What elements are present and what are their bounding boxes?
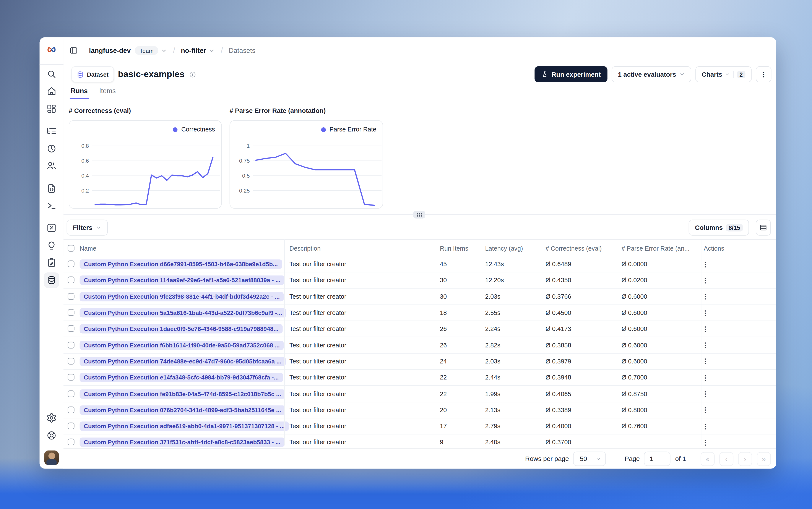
row-checkbox[interactable] xyxy=(68,390,74,397)
rows-per-page-select[interactable]: 50 xyxy=(573,451,606,466)
sidebar-item-support[interactable] xyxy=(46,430,57,441)
run-name-link[interactable]: Custom Python Execution d66e7991-8595-45… xyxy=(80,260,282,269)
sidebar-item-prompts[interactable] xyxy=(46,183,57,194)
table-row: Custom Python Execution fe91b83e-04a5-47… xyxy=(64,386,776,402)
row-checkbox[interactable] xyxy=(68,325,74,332)
charts-dropdown[interactable]: Charts 2 xyxy=(696,66,751,82)
sidebar-item-users[interactable] xyxy=(46,161,57,171)
parse-error-rate-value: Ø 0.8750 xyxy=(621,386,647,402)
column-header-latency: Latency (avg) xyxy=(485,240,523,257)
row-actions-kebab[interactable]: ⋮ xyxy=(702,326,709,332)
tab-items[interactable]: Items xyxy=(98,87,117,99)
columns-count-badge: 8/15 xyxy=(726,224,743,231)
row-actions-kebab[interactable]: ⋮ xyxy=(702,342,709,348)
sidebar-item-datasets[interactable] xyxy=(44,272,59,288)
run-items-value: 26 xyxy=(440,321,447,337)
legend-label: Correctness xyxy=(181,126,215,133)
breadcrumb-section[interactable]: Datasets xyxy=(229,46,256,54)
table-row: Custom Python Execution 5a15a616-1bab-44… xyxy=(64,305,776,321)
sidebar-item-settings[interactable] xyxy=(46,413,57,423)
sidebar-item-sessions[interactable] xyxy=(46,143,57,154)
project-switcher[interactable] xyxy=(209,47,215,54)
run-name-link[interactable]: Custom Python Execution 1daec0f9-5e78-43… xyxy=(80,324,283,334)
breadcrumb-separator: / xyxy=(173,46,175,55)
row-checkbox[interactable] xyxy=(68,422,74,429)
previous-page-button[interactable]: ‹ xyxy=(719,452,733,466)
evaluators-dropdown[interactable]: 1 active evaluators xyxy=(612,66,691,82)
sidebar-item-annotation[interactable] xyxy=(46,257,57,268)
dataset-info-button[interactable] xyxy=(189,71,196,78)
users-icon xyxy=(46,161,57,171)
page-actions-kebab[interactable]: ⋮ xyxy=(756,66,772,82)
row-actions-kebab[interactable]: ⋮ xyxy=(702,309,709,316)
filters-label: Filters xyxy=(73,224,92,231)
breadcrumb-project[interactable]: no-filter xyxy=(181,46,206,54)
run-experiment-button[interactable]: Run experiment xyxy=(535,66,607,82)
next-page-button[interactable]: › xyxy=(738,452,752,466)
run-name-link[interactable]: Custom Python Execution 371f531c-abff-4d… xyxy=(80,438,285,447)
row-actions-kebab[interactable]: ⋮ xyxy=(702,407,709,413)
sidebar-item-search[interactable] xyxy=(46,69,57,79)
chart-legend: Correctness xyxy=(173,126,215,133)
run-name-link[interactable]: Custom Python Execution e14fa348-5cfc-49… xyxy=(80,373,283,382)
columns-button[interactable]: Columns 8/15 xyxy=(689,219,749,236)
row-height-button[interactable] xyxy=(756,219,771,236)
kebab-icon: ⋮ xyxy=(760,71,767,78)
row-actions-kebab[interactable]: ⋮ xyxy=(702,277,709,284)
row-actions-kebab[interactable]: ⋮ xyxy=(702,423,709,430)
row-actions-kebab[interactable]: ⋮ xyxy=(702,293,709,300)
parse-error-chart-card: 0.250.50.751 Parse Error Rate xyxy=(230,120,383,209)
row-checkbox[interactable] xyxy=(68,374,74,381)
row-actions-kebab[interactable]: ⋮ xyxy=(702,261,709,268)
row-actions-kebab[interactable]: ⋮ xyxy=(702,391,709,397)
chevron-down-icon xyxy=(679,71,685,77)
app-window: langfuse-dev Team / no-filter / Datasets… xyxy=(40,37,776,469)
filters-button[interactable]: Filters xyxy=(67,219,108,236)
chart-legend: Parse Error Rate xyxy=(321,126,376,133)
run-name-link[interactable]: Custom Python Execution 5a15a616-1bab-44… xyxy=(80,308,286,317)
tab-runs[interactable]: Runs xyxy=(70,87,89,99)
row-checkbox[interactable] xyxy=(68,309,74,316)
last-page-button[interactable]: » xyxy=(757,452,771,466)
header-actions: Run experiment 1 active evaluators Chart… xyxy=(535,66,772,82)
entity-type-label: Dataset xyxy=(87,71,108,77)
run-name-link[interactable]: Custom Python Execution 74de488e-ec9d-47… xyxy=(80,357,286,366)
sidebar-item-scores[interactable] xyxy=(46,223,57,233)
row-actions-kebab[interactable]: ⋮ xyxy=(702,358,709,365)
org-switcher[interactable] xyxy=(161,47,167,54)
row-checkbox[interactable] xyxy=(68,358,74,365)
run-name-link[interactable]: Custom Python Execution 114aa9ef-29e6-4e… xyxy=(80,276,285,285)
run-name-link[interactable]: Custom Python Execution 076b2704-341d-48… xyxy=(80,405,285,414)
page-total-label: of 1 xyxy=(675,455,686,462)
row-checkbox[interactable] xyxy=(68,439,74,445)
row-checkbox[interactable] xyxy=(68,261,74,267)
page-number-input[interactable] xyxy=(644,451,671,466)
select-all-checkbox[interactable] xyxy=(68,245,74,251)
sidebar-item-playground[interactable] xyxy=(46,200,57,211)
row-checkbox[interactable] xyxy=(68,293,74,300)
run-name-link[interactable]: Custom Python Execution f6bb1614-1f90-40… xyxy=(80,340,284,350)
parse-error-rate-value: Ø 0.6000 xyxy=(621,353,647,369)
row-checkbox[interactable] xyxy=(68,406,74,413)
sidebar-item-tracing[interactable] xyxy=(46,126,57,136)
row-checkbox[interactable] xyxy=(68,277,74,283)
chart-title-correctness: # Correctness (eval) xyxy=(69,107,131,114)
sidebar-item-home[interactable] xyxy=(46,86,57,96)
sidebar-item-dashboards[interactable] xyxy=(46,104,57,114)
row-actions-kebab[interactable]: ⋮ xyxy=(702,374,709,381)
run-name-link[interactable]: Custom Python Execution 9fe23f98-881e-44… xyxy=(80,292,284,301)
breadcrumb-org[interactable]: langfuse-dev xyxy=(89,46,131,54)
first-page-button[interactable]: « xyxy=(701,452,715,466)
sidebar-item-evaluators[interactable] xyxy=(46,240,57,250)
user-avatar[interactable] xyxy=(44,450,59,465)
run-items-value: 17 xyxy=(440,418,447,434)
rows-per-page-label: Rows per page xyxy=(525,455,569,462)
resize-grip-handle[interactable] xyxy=(413,211,425,218)
row-checkbox[interactable] xyxy=(68,342,74,348)
run-name-link[interactable]: Custom Python Execution fe91b83e-04a5-47… xyxy=(80,389,285,399)
sidebar-toggle-button[interactable] xyxy=(69,46,78,55)
row-actions-kebab[interactable]: ⋮ xyxy=(702,439,709,446)
correctness-value: Ø 0.6489 xyxy=(545,256,571,272)
svg-text:0.4: 0.4 xyxy=(81,173,89,179)
run-name-link[interactable]: Custom Python Execution adfae619-abb0-4d… xyxy=(80,421,289,431)
